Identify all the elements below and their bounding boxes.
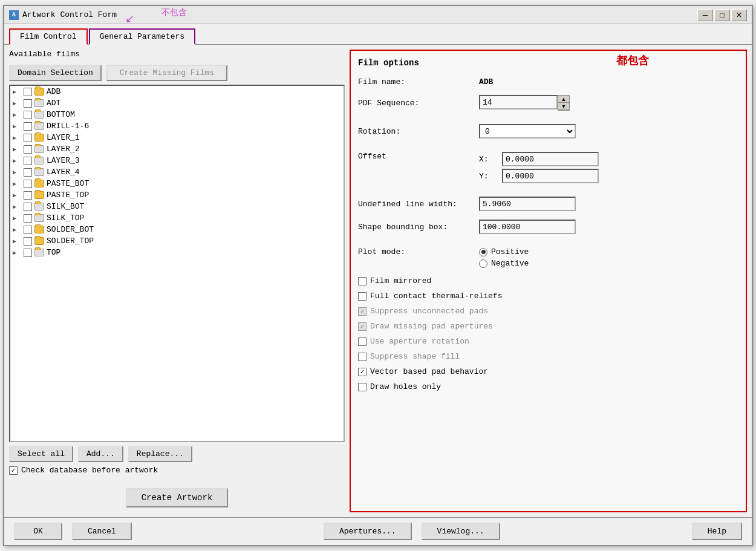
offset-x-input[interactable] [502, 152, 599, 166]
folder-icon [34, 145, 44, 153]
cancel-button[interactable]: Cancel [72, 523, 132, 540]
film-list-item[interactable]: ▶SILK_BOT [10, 201, 344, 212]
draw-holes-checkbox[interactable] [358, 383, 367, 391]
footer: OK Cancel Apertures... Viewlog... Help [4, 517, 752, 545]
undef-line-input[interactable] [479, 197, 576, 211]
film-checkbox[interactable] [24, 226, 32, 234]
film-mirrored-checkbox[interactable] [358, 277, 367, 285]
select-all-button[interactable]: Select all [9, 446, 73, 462]
plot-mode-radio-group: Positive Negative [479, 247, 529, 268]
domain-selection-button[interactable]: Domain Selection [9, 65, 102, 81]
expand-arrow-icon[interactable]: ▶ [13, 157, 21, 165]
tab-film-control[interactable]: Film Control [9, 28, 88, 45]
film-list-item[interactable]: ▶LAYER_4 [10, 166, 344, 178]
film-checkbox[interactable] [24, 180, 32, 188]
film-checkbox[interactable] [24, 111, 32, 119]
film-name-label: DRILL-1-6 [47, 122, 89, 131]
pdf-sequence-input[interactable] [479, 95, 558, 109]
film-checkbox[interactable] [24, 122, 32, 131]
film-checkbox[interactable] [24, 145, 32, 154]
create-artwork-button[interactable]: Create Artwork [126, 488, 229, 507]
film-list-item[interactable]: ▶TOP [10, 247, 344, 258]
check-database-checkbox[interactable] [9, 466, 18, 475]
film-list-item[interactable]: ▶ADT [10, 97, 344, 109]
film-list-item[interactable]: ▶SOLDER_TOP [10, 235, 344, 247]
film-list-item[interactable]: ▶LAYER_2 [10, 143, 344, 155]
rotation-label: Rotation: [358, 127, 479, 136]
replace-button[interactable]: Replace... [128, 446, 192, 462]
use-aperture-checkbox[interactable] [358, 337, 367, 346]
film-checkbox[interactable] [24, 134, 32, 142]
suppress-shape-checkbox[interactable] [358, 353, 367, 361]
film-list-item[interactable]: ▶SOLDER_BOT [10, 224, 344, 235]
film-list-item[interactable]: ▶LAYER_1 [10, 132, 344, 143]
film-checkbox[interactable] [24, 88, 32, 96]
offset-xy: X: Y: [479, 152, 599, 183]
expand-arrow-icon[interactable]: ▶ [13, 123, 21, 130]
film-checkbox[interactable] [24, 168, 32, 177]
pdf-sequence-up[interactable]: ▲ [558, 96, 569, 103]
add-button[interactable]: Add... [78, 446, 123, 462]
film-checkbox[interactable] [24, 214, 32, 223]
film-list-item[interactable]: ▶LAYER_3 [10, 155, 344, 166]
plot-mode-row: Plot mode: Positive Negative [358, 247, 738, 268]
help-button[interactable]: Help [692, 523, 742, 540]
draw-missing-checkbox[interactable] [358, 322, 367, 331]
expand-arrow-icon[interactable]: ▶ [13, 111, 21, 119]
expand-arrow-icon[interactable]: ▶ [13, 192, 21, 199]
film-checkbox[interactable] [24, 99, 32, 108]
pdf-sequence-down[interactable]: ▼ [558, 103, 569, 110]
film-list-item[interactable]: ▶BOTTOM [10, 109, 344, 120]
tab-general-parameters[interactable]: General Parameters [89, 28, 195, 45]
expand-arrow-icon[interactable]: ▶ [13, 134, 21, 142]
expand-arrow-icon[interactable]: ▶ [13, 215, 21, 222]
film-checkbox[interactable] [24, 249, 32, 257]
suppress-unconnected-checkbox[interactable] [358, 307, 367, 316]
offset-y-input[interactable] [502, 169, 599, 183]
pdf-sequence-spinner: ▲ ▼ [479, 95, 570, 111]
folder-icon [34, 249, 44, 256]
viewlog-button[interactable]: Viewlog... [422, 523, 500, 540]
film-checkbox[interactable] [24, 191, 32, 200]
pdf-sequence-label: PDF Sequence: [358, 99, 479, 108]
expand-arrow-icon[interactable]: ▶ [13, 249, 21, 256]
expand-arrow-icon[interactable]: ▶ [13, 88, 21, 96]
full-contact-checkbox[interactable] [358, 292, 367, 301]
expand-arrow-icon[interactable]: ▶ [13, 180, 21, 187]
film-name-label: Film name: [358, 77, 479, 86]
expand-arrow-icon[interactable]: ▶ [13, 100, 21, 107]
expand-arrow-icon[interactable]: ▶ [13, 203, 21, 210]
vector-based-label: Vector based pad behavior [370, 367, 488, 376]
apertures-button[interactable]: Apertures... [324, 523, 412, 540]
film-list-item[interactable]: ▶PASTE_TOP [10, 189, 344, 201]
minimize-button[interactable]: ─ [697, 9, 713, 21]
film-list[interactable]: ▶ADB▶ADT▶BOTTOM▶DRILL-1-6▶LAYER_1▶LAYER_… [9, 85, 345, 442]
film-list-item[interactable]: ▶ADB [10, 86, 344, 97]
film-list-item[interactable]: ▶DRILL-1-6 [10, 120, 344, 132]
shape-bbox-input[interactable] [479, 220, 576, 234]
shape-bbox-label: Shape bounding box: [358, 223, 479, 232]
expand-arrow-icon[interactable]: ▶ [13, 238, 21, 245]
film-list-item[interactable]: ▶PASTE_BOT [10, 178, 344, 189]
expand-arrow-icon[interactable]: ▶ [13, 226, 21, 233]
film-checkbox[interactable] [24, 237, 32, 246]
pdf-sequence-spinner-buttons: ▲ ▼ [558, 95, 570, 111]
positive-radio[interactable] [479, 248, 487, 256]
film-name-label: ADB [47, 87, 60, 96]
vector-based-checkbox[interactable] [358, 368, 367, 376]
negative-radio[interactable] [479, 259, 487, 268]
expand-arrow-icon[interactable]: ▶ [13, 169, 21, 176]
close-button[interactable]: ✕ [731, 9, 747, 21]
film-name-label: PASTE_TOP [47, 191, 89, 200]
expand-arrow-icon[interactable]: ▶ [13, 146, 21, 153]
maximize-button[interactable]: □ [714, 9, 730, 21]
film-name-label: LAYER_3 [47, 156, 80, 165]
film-list-item[interactable]: ▶SILK_TOP [10, 212, 344, 224]
use-aperture-label: Use aperture rotation [370, 337, 469, 346]
ok-button[interactable]: OK [14, 523, 62, 540]
positive-label: Positive [491, 247, 529, 256]
film-checkbox[interactable] [24, 203, 32, 211]
film-checkbox[interactable] [24, 157, 32, 165]
rotation-select[interactable]: 0 90 180 270 [479, 124, 576, 139]
create-missing-button: Create Missing Films [106, 65, 227, 81]
